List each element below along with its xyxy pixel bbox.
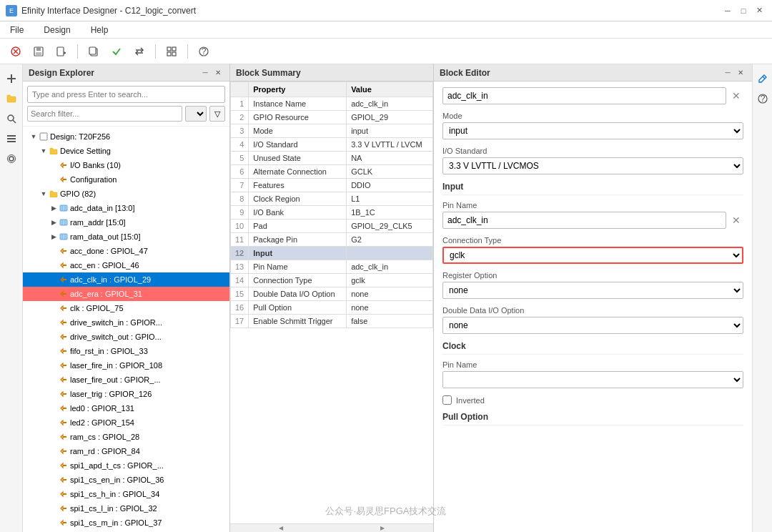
toolbar-copy-btn[interactable] (84, 42, 104, 61)
tree-item-design[interactable]: ▼Design: T20F256 (23, 129, 229, 144)
filter-btn[interactable]: ▽ (209, 106, 225, 122)
tree-item-device_setting[interactable]: ▼Device Setting (23, 144, 229, 158)
tree-item-gpio[interactable]: ▼GPIO (82) (23, 187, 229, 201)
left-icon-layers[interactable] (3, 130, 20, 147)
tree-item-fifo_rst_in[interactable]: fifo_rst_in : GPIOL_33 (23, 344, 229, 358)
tree-item-clk[interactable]: clk : GPIOL_75 (23, 301, 229, 315)
mode-group: Mode input output inout (442, 112, 743, 139)
tree-item-acc_en[interactable]: acc_en : GPIOL_46 (23, 258, 229, 272)
connection-type-select[interactable]: gclk direct none (442, 247, 743, 264)
tree-type-icon (59, 261, 69, 270)
table-row[interactable]: 3Modeinput (231, 124, 433, 138)
tree-item-adc_clk_in[interactable]: adc_clk_in : GPIOL_29 (23, 272, 229, 287)
editor-minimize-btn[interactable]: ─ (722, 67, 733, 79)
left-icon-add[interactable] (3, 70, 20, 87)
tree-item-io_banks[interactable]: I/O Banks (10) (23, 158, 229, 172)
toolbar-grid-btn[interactable] (162, 42, 182, 61)
tree-item-led0[interactable]: led0 : GPIOR_131 (23, 401, 229, 415)
mode-row: input output inout (442, 122, 743, 139)
tree-item-laser_trig[interactable]: laser_trig : GPIOR_126 (23, 387, 229, 401)
tree-item-spi1_apd_t_cs[interactable]: spi1_apd_t_cs : GPIOR_... (23, 458, 229, 473)
filter-input[interactable] (27, 106, 182, 122)
toolbar-check-btn[interactable] (107, 42, 127, 61)
table-row[interactable]: 2GPIO ResourceGPIOL_29 (231, 111, 433, 124)
instance-name-clear-btn[interactable]: ✕ (729, 89, 743, 103)
toolbar-close-btn[interactable] (6, 42, 26, 61)
filter-select[interactable] (185, 106, 207, 122)
tree-item-laser_fire_out[interactable]: laser_fire_out : GPIOR_... (23, 373, 229, 387)
pin-name-input[interactable] (442, 212, 726, 229)
tree-item-ram_rd[interactable]: ram_rd : GPIOR_84 (23, 444, 229, 458)
mode-select[interactable]: input output inout (442, 122, 743, 139)
panel-close-btn[interactable]: ✕ (212, 67, 224, 79)
toolbar-save-btn[interactable] (29, 42, 49, 61)
tree-item-adc_data[interactable]: ▶adc_data_in [13:0] (23, 201, 229, 215)
table-row[interactable]: 16Pull Optionnone (231, 301, 433, 315)
right-icon-help[interactable]: ? (754, 90, 771, 107)
tree-item-label: GPIO (82) (60, 189, 96, 198)
table-row[interactable]: 7FeaturesDDIO (231, 179, 433, 192)
table-row[interactable]: 13Pin Nameadc_clk_in (231, 260, 433, 274)
pin-name-clear-btn[interactable]: ✕ (729, 213, 743, 227)
table-row[interactable]: 11Package PinG2 (231, 233, 433, 247)
table-row[interactable]: 10PadGPIOL_29_CLK5 (231, 220, 433, 233)
io-standard-select[interactable]: 3.3 V LVTTL / LVCMOS 2.5 V 1.8 V (442, 157, 743, 174)
toolbar-new-btn[interactable] (51, 42, 71, 61)
minimize-button[interactable]: ─ (721, 5, 735, 16)
scroll-right[interactable]: ▶ (380, 525, 385, 531)
toolbar-transfer-btn[interactable] (129, 42, 149, 61)
tree-item-spi1_cs_en_in[interactable]: spi1_cs_en_in : GPIOL_36 (23, 473, 229, 487)
tree-item-spi1_cs_l_in[interactable]: spi1_cs_l_in : GPIOL_32 (23, 501, 229, 516)
tree-item-drive_switch_out[interactable]: drive_switch_out : GPIO... (23, 330, 229, 344)
table-row[interactable]: 1Instance Nameadc_clk_in (231, 97, 433, 111)
tree-item-laser_fire_in[interactable]: laser_fire_in : GPIOR_108 (23, 358, 229, 373)
tree-expand-icon (49, 489, 59, 499)
table-row[interactable]: 5Unused StateNA (231, 152, 433, 165)
titlebar-controls[interactable]: ─ □ ✕ (721, 5, 766, 16)
table-row[interactable]: 4I/O Standard3.3 V LVTTL / LVCM (231, 138, 433, 152)
tree-item-led2[interactable]: led2 : GPIOR_154 (23, 415, 229, 430)
tree-item-adc_era[interactable]: adc_era : GPIOL_31 (23, 287, 229, 301)
left-icon-search[interactable] (3, 110, 20, 127)
tree-item-ram_cs[interactable]: ram_cs : GPIOL_28 (23, 430, 229, 444)
close-button[interactable]: ✕ (752, 5, 766, 16)
tree-item-drive_switch_in[interactable]: drive_switch_in : GPIOR... (23, 315, 229, 330)
right-icon-edit[interactable] (754, 70, 771, 87)
double-data-select[interactable]: none ddr (442, 317, 743, 334)
row-number: 10 (231, 220, 249, 233)
tree-item-label: laser_trig : GPIOR_126 (70, 390, 152, 398)
tree-item-acc_done[interactable]: acc_done : GPIOL_47 (23, 244, 229, 258)
svg-rect-32 (63, 179, 66, 180)
toolbar-help-btn[interactable]: ? (194, 42, 214, 61)
table-row[interactable]: 9I/O Bank1B_1C (231, 206, 433, 220)
tree-item-configuration[interactable]: Configuration (23, 172, 229, 187)
scroll-left[interactable]: ◀ (279, 525, 283, 531)
left-icon-settings[interactable] (3, 150, 20, 167)
table-row[interactable]: 15Double Data I/O Optionnone (231, 287, 433, 301)
tree-item-ram_data_out[interactable]: ▶ram_data_out [15:0] (23, 230, 229, 244)
menu-file[interactable]: File (6, 24, 28, 36)
register-option-select[interactable]: none register (442, 282, 743, 299)
menu-help[interactable]: Help (86, 24, 113, 36)
tree-item-spi1_cs_h_in[interactable]: spi1_cs_h_in : GPIOL_34 (23, 487, 229, 501)
panel-minimize-btn[interactable]: ─ (199, 67, 211, 79)
svg-rect-47 (63, 279, 66, 280)
menu-design[interactable]: Design (39, 24, 74, 36)
row-property: Alternate Connection (249, 165, 347, 179)
instance-name-input[interactable] (442, 87, 726, 104)
table-row[interactable]: 8Clock RegionL1 (231, 192, 433, 206)
left-icon-folder[interactable] (3, 90, 20, 107)
svg-marker-64 (61, 406, 63, 410)
table-row[interactable]: 17Enable Schmitt Triggerfalse (231, 315, 433, 328)
maximize-button[interactable]: □ (736, 5, 751, 16)
search-input[interactable] (27, 86, 225, 103)
inverted-checkbox[interactable] (442, 395, 452, 405)
table-row[interactable]: 6Alternate ConnectionGCLK (231, 165, 433, 179)
table-row[interactable]: 12Input (231, 247, 433, 260)
tree-type-icon (59, 318, 69, 327)
editor-close-btn[interactable]: ✕ (735, 67, 746, 79)
tree-item-ram_addr[interactable]: ▶ram_addr [15:0] (23, 215, 229, 230)
table-row[interactable]: 14Connection Typegclk (231, 274, 433, 287)
tree-item-spi1_cs_m_in[interactable]: spi1_cs_m_in : GPIOL_37 (23, 516, 229, 530)
clock-pin-select[interactable] (442, 371, 743, 388)
